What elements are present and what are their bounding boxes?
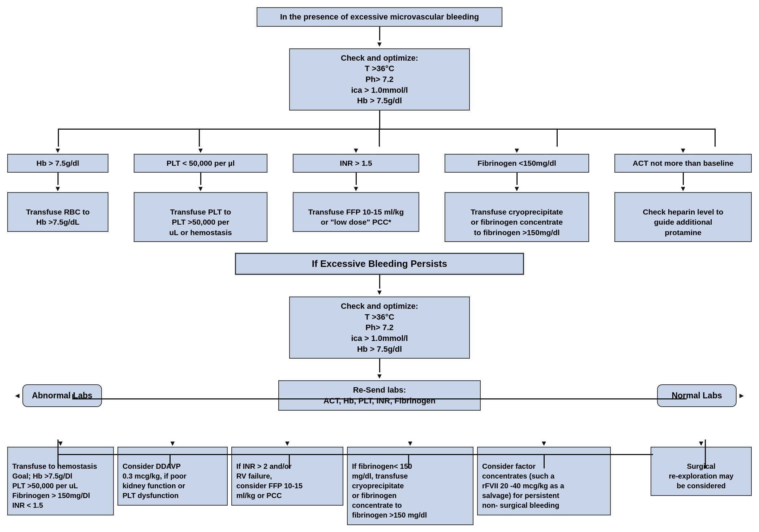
excessive-bleeding-box: If Excessive Bleeding Persists [235,253,524,275]
arrowhead-2: ▼ [376,289,383,296]
arrowhead-1: ▼ [376,40,383,48]
normal-labs-box: Normal Labs [657,384,737,407]
condition-box-3: INR > 1.5 [293,154,419,173]
condition-1-text: Hb > 7.5g/dl [37,159,79,167]
bottom-box-4: If fibrinogen< 150 mg/dl, transfuse cryo… [347,447,473,525]
bottom-box-container-1: ▼ Transfuse to hemostasis Goal; Hb >7.5g… [7,440,114,525]
drop-3 [379,129,380,147]
col-5: ▼ ACT not more than baseline [614,147,752,173]
action-1-text: Transfuse RBC to Hb >7.5g/dL [26,208,90,226]
bottom-box-6: Surgical re-exploration may be considere… [651,447,752,496]
check-optimize-2-line2: T >36°C [295,312,464,323]
condition-box-4: Fibrinogen <150mg/dl [445,154,589,173]
bottom-box-container-4: ▼ If fibrinogen< 150 mg/dl, transfuse cr… [347,440,473,525]
col-2: ▼ PLT < 50,000 per µl [134,147,267,173]
abnormal-labs-box: Abnormal Labs [22,384,102,407]
check-optimize-1-line1: Check and optimize: [295,53,464,64]
bottom-4-text: If fibrinogen< 150 mg/dl, transfuse cryo… [352,462,427,519]
bottom-1-text: Transfuse to hemostasis Goal; Hb >7.5g/D… [12,462,97,509]
flowchart: In the presence of excessive microvascul… [7,7,752,525]
check-optimize-box-1: Check and optimize: T >36°C Ph> 7.2 ica … [289,48,470,111]
abnormal-labs-container: ◄ Abnormal Labs [7,384,108,407]
action-box-2: Transfuse PLT to PLT >50,000 per uL or h… [134,192,267,242]
action-box-4: Transfuse cryoprecipitate or fibrinogen … [445,192,589,242]
branch-connector-section [7,111,752,130]
check-optimize-1-line2: T >36°C [295,63,464,74]
drop-1 [58,129,59,147]
resend-labs-box: Re-Send labs: ACT, Hb, PLT, INR, Fibrino… [278,380,481,410]
bottom-box-container-3: ▼ If INR > 2 and/or RV failure, consider… [231,440,343,525]
drop-4 [557,129,558,147]
check-optimize-1-line5: Hb > 7.5g/dl [295,95,464,106]
action-box-1: Transfuse RBC to Hb >7.5g/dL [7,192,108,232]
resend-labs-container: Re-Send labs: ACT, Hb, PLT, INR, Fibrino… [278,380,481,410]
top-condition-text: In the presence of excessive microvascul… [280,12,479,21]
bottom-boxes-row: ▼ Transfuse to hemostasis Goal; Hb >7.5g… [7,440,752,525]
check-optimize-2-line1: Check and optimize: [295,301,464,312]
check-optimize-2-line4: ica > 1.0mmol/l [295,333,464,344]
excessive-bleeding-text: If Excessive Bleeding Persists [312,258,447,269]
action-4-text: Transfuse cryoprecipitate or fibrinogen … [471,208,563,237]
action-col-2: ▼ Transfuse PLT to PLT >50,000 per uL or… [134,173,267,242]
middle-section: If Excessive Bleeding Persists ▼ Check a… [7,253,752,380]
check-optimize-1-line3: Ph> 7.2 [295,74,464,85]
top-condition-box: In the presence of excessive microvascul… [257,7,502,27]
arrow-line-1 [379,27,380,40]
v-line-to-branch [379,111,380,129]
condition-box-5: ACT not more than baseline [614,154,752,173]
branch-h-line-container [7,129,752,130]
resend-row: ◄ Abnormal Labs Re-Send labs: ACT, Hb, P… [7,380,752,410]
normal-labs-container: Normal Labs ► [651,384,752,407]
bottom-box-1: Transfuse to hemostasis Goal; Hb >7.5g/D… [7,447,114,515]
action-box-5: Check heparin level to guide additional … [614,192,752,242]
col-3: ▼ INR > 1.5 [293,147,419,173]
check-optimize-1-line4: ica > 1.0mmol/l [295,85,464,96]
arrow-line-2 [379,275,380,289]
bottom-box-container-2: ▼ Consider DDAVP 0.3 mcg/kg, if poor kid… [117,440,228,525]
action-3-text: Transfuse FFP 10-15 ml/kg or "low dose" … [308,208,404,226]
condition-3-text: INR > 1.5 [340,159,372,167]
action-col-3: ▼ Transfuse FFP 10-15 ml/kg or "low dose… [293,173,419,242]
action-box-3: Transfuse FFP 10-15 ml/kg or "low dose" … [293,192,419,232]
action-5-text: Check heparin level to guide additional … [643,208,724,237]
col-4: ▼ Fibrinogen <150mg/dl [445,147,589,173]
bottom-box-3: If INR > 2 and/or RV failure, consider F… [231,447,343,506]
condition-box-2: PLT < 50,000 per µl [134,154,267,173]
action-col-1: ▼ Transfuse RBC to Hb >7.5g/dL [7,173,108,242]
bottom-6-text: Surgical re-exploration may be considere… [669,462,734,490]
drop-5 [715,129,716,147]
drop-2 [199,129,200,147]
resend-line2: ACT, Hb, PLT, INR, Fibrinogen [284,395,475,406]
branch-h-line [58,129,716,130]
condition-box-1: Hb > 7.5g/dl [7,154,108,173]
condition-4-text: Fibrinogen <150mg/dl [477,159,556,167]
check-optimize-2-line5: Hb > 7.5g/dl [295,344,464,355]
action-boxes-row: ▼ Transfuse RBC to Hb >7.5g/dL ▼ Transfu… [7,173,752,242]
resend-labs-section: ◄ Abnormal Labs Re-Send labs: ACT, Hb, P… [7,380,752,410]
bottom-box-container-6: ▼ Surgical re-exploration may be conside… [651,440,752,525]
action-col-4: ▼ Transfuse cryoprecipitate or fibrinoge… [445,173,589,242]
bottom-5-text: Consider factor concentrates (such a rFV… [482,462,564,509]
bottom-2-text: Consider DDAVP 0.3 mcg/kg, if poor kidne… [123,462,186,499]
resend-h-line [72,398,687,399]
resend-line1: Re-Send labs: [284,385,475,395]
condition-2-text: PLT < 50,000 per µl [167,159,235,167]
action-col-5: ▼ Check heparin level to guide additiona… [614,173,752,242]
bottom-section: ▼ Transfuse to hemostasis Goal; Hb >7.5g… [7,440,752,525]
arrowhead-3: ▼ [376,372,383,380]
top-section: In the presence of excessive microvascul… [7,7,752,111]
bottom-box-2: Consider DDAVP 0.3 mcg/kg, if poor kidne… [117,447,228,506]
check-optimize-2-line3: Ph> 7.2 [295,322,464,333]
col-1: ▼ Hb > 7.5g/dl [7,147,108,173]
condition-boxes-row: ▼ Hb > 7.5g/dl ▼ PLT < 50,000 per µl ▼ I… [7,147,752,173]
condition-5-text: ACT not more than baseline [633,159,734,167]
arrow-line-3 [379,359,380,372]
bottom-box-container-5: ▼ Consider factor concentrates (such a r… [477,440,611,525]
bottom-3-text: If INR > 2 and/or RV failure, consider F… [236,462,303,499]
check-optimize-box-2: Check and optimize: T >36°C Ph> 7.2 ica … [289,297,470,359]
action-2-text: Transfuse PLT to PLT >50,000 per uL or h… [169,208,232,237]
